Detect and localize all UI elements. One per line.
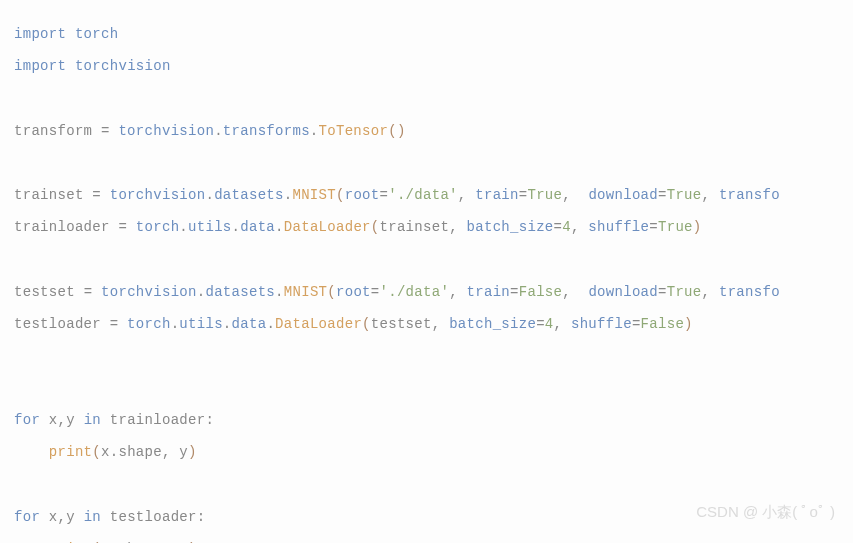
code-line-6: trainset = torchvision.datasets.MNIST(ro…	[14, 179, 839, 211]
class-dataloader: DataLoader	[284, 219, 371, 235]
class-totensor: ToTensor	[319, 123, 389, 139]
code-line-11	[14, 340, 839, 372]
var-testloader: testloader	[14, 316, 110, 332]
var-trainloader: trainloader	[14, 219, 118, 235]
code-block: import torch import torchvision transfor…	[14, 18, 839, 543]
var-trainset: trainset	[14, 187, 92, 203]
code-line-12	[14, 372, 839, 404]
code-line-13: for x,y in trainloader:	[14, 404, 839, 436]
mod-torch: torch	[75, 26, 119, 42]
code-line-7: trainloader = torch.utils.data.DataLoade…	[14, 211, 839, 243]
var-transform: transform	[14, 123, 101, 139]
class-mnist: MNIST	[292, 187, 336, 203]
code-line-2: import torchvision	[14, 50, 839, 82]
mod-torchvision: torchvision	[75, 58, 171, 74]
code-line-9: testset = torchvision.datasets.MNIST(roo…	[14, 276, 839, 308]
code-line-4: transform = torchvision.transforms.ToTen…	[14, 115, 839, 147]
kw-in: in	[84, 412, 101, 428]
code-line-17: print(x.shape, y)	[14, 533, 839, 543]
code-line-3	[14, 82, 839, 114]
kw-for: for	[14, 412, 40, 428]
watermark: CSDN @ 小森( ﾟoﾟ )	[696, 495, 835, 530]
var-testset: testset	[14, 284, 84, 300]
code-line-14: print(x.shape, y)	[14, 436, 839, 468]
kw-import: import	[14, 26, 66, 42]
code-line-10: testloader = torch.utils.data.DataLoader…	[14, 308, 839, 340]
fn-print: print	[49, 444, 93, 460]
code-line-5	[14, 147, 839, 179]
code-line-8	[14, 243, 839, 275]
kw-import: import	[14, 58, 66, 74]
code-line-1: import torch	[14, 18, 839, 50]
